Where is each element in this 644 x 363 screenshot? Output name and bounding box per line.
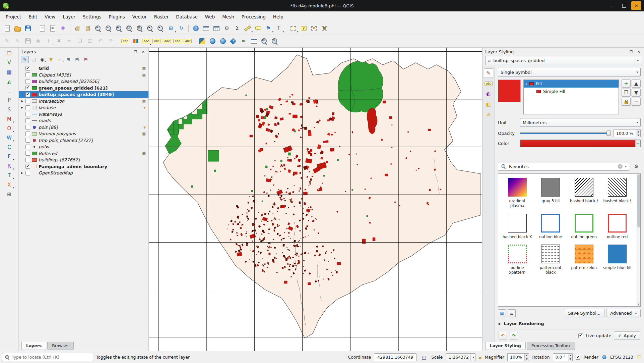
open-project-icon[interactable] <box>12 23 22 34</box>
zoom-out-icon[interactable]: − <box>104 23 114 34</box>
add-raster-layer-icon[interactable]: ▦ <box>4 68 14 77</box>
current-edits-icon[interactable]: ✎ <box>2 36 12 46</box>
panel-close-icon[interactable] <box>141 49 146 54</box>
search-plugin-icon[interactable]: ✕ <box>270 36 280 46</box>
zoom-next-icon[interactable]: ▸ <box>155 23 166 34</box>
zoom-last-icon[interactable]: ◂ <box>145 23 155 34</box>
unit-select[interactable]: Millimeters <box>520 118 641 127</box>
identify-features-icon[interactable]: i <box>191 23 201 34</box>
symbol-pattern-dot-black[interactable]: pattern dot black <box>535 245 567 275</box>
new-project-icon[interactable] <box>2 23 12 34</box>
tab-layers[interactable]: Layers <box>21 342 46 350</box>
statistical-summary-icon[interactable]: Σ <box>232 23 242 34</box>
add-arcgis-rest-layer-icon[interactable]: R <box>4 162 14 171</box>
layer-row-tmp-pois-cleaned[interactable]: tmp pois_cleaned [2727] <box>19 137 148 144</box>
new-print-layout-icon[interactable] <box>37 23 47 34</box>
save-layer-edits-icon[interactable] <box>23 36 33 46</box>
save-project-icon[interactable] <box>23 23 33 34</box>
styled-layer-select[interactable]: ▱ builtup_spaces_gridded <box>485 56 641 65</box>
apply-button[interactable]: Apply <box>614 331 640 340</box>
filter-legend-by-expression-icon[interactable]: ε <box>56 56 64 63</box>
layer-visibility-checkbox[interactable] <box>25 171 30 175</box>
new-map-view-icon[interactable]: ⊞ <box>166 23 176 34</box>
layer-visibility-checkbox[interactable] <box>25 86 30 90</box>
menu-help[interactable]: Help <box>269 12 287 21</box>
vertex-tool-icon[interactable]: + <box>44 36 54 46</box>
magnifier-spinbox[interactable]: 100% ▲▼ <box>507 353 529 361</box>
move-symbol-layer-up-button[interactable]: ▲ <box>632 80 641 88</box>
select-by-expression-icon[interactable]: ε <box>299 23 309 34</box>
rotate-label-icon[interactable]: abc <box>172 36 182 46</box>
add-postgis-layer-icon[interactable]: P <box>4 96 14 105</box>
crs-value[interactable]: EPSG:3123 <box>610 355 633 360</box>
scale-select[interactable]: 1:264372 <box>446 353 475 361</box>
open-field-calculator-icon[interactable] <box>211 23 221 34</box>
python-console-icon[interactable] <box>197 36 207 46</box>
minimize-button[interactable] <box>606 1 617 10</box>
copy-features-icon[interactable]: ❐ <box>75 36 85 46</box>
spin-arrows[interactable]: ▲▼ <box>524 354 529 361</box>
menu-database[interactable]: Database <box>172 12 201 21</box>
scrollbar-down-arrow[interactable] <box>637 302 640 306</box>
symbol-gradient-plasma[interactable]: gradient plasma <box>502 178 533 208</box>
layer-visibility-checkbox[interactable] <box>25 151 30 156</box>
locate-box[interactable] <box>2 353 93 361</box>
remove-layer-icon[interactable]: ⊟ <box>82 56 90 63</box>
metasearch-icon[interactable]: ◍ <box>259 36 269 46</box>
tab-browser[interactable]: Browser <box>47 342 74 350</box>
menu-edit[interactable]: Edit <box>25 12 41 21</box>
layer-diagram-options-icon[interactable] <box>131 36 141 46</box>
layer-row-buildings-cleaned[interactable]: buildings_cleaned [827656] <box>19 78 148 85</box>
color-button[interactable] <box>520 140 641 147</box>
processing-toolbox-icon[interactable]: ⚙ <box>222 23 232 34</box>
live-update-checkbox[interactable] <box>578 333 583 338</box>
panel-close-icon[interactable] <box>636 49 641 54</box>
render-checkbox[interactable] <box>576 355 580 360</box>
layer-row-landuse[interactable]: landuse <box>19 104 148 111</box>
advanced-button[interactable]: Advanced <box>606 309 641 317</box>
pan-map-icon[interactable] <box>72 23 82 34</box>
layer-visibility-checkbox[interactable] <box>25 72 30 77</box>
help-contents-icon[interactable]: ? <box>228 36 238 46</box>
menu-settings[interactable]: Settings <box>79 12 105 21</box>
layer-row-openstreetmap[interactable]: OpenStreetMap <box>19 170 148 176</box>
layer-row-buffered[interactable]: Buffered <box>19 150 148 157</box>
list-view-button[interactable]: ☰ <box>508 309 516 317</box>
layer-row-voronoi-polygons[interactable]: Voronoi polygons <box>19 131 148 137</box>
tab-layer-styling[interactable]: Layer Styling <box>485 342 526 350</box>
spin-arrows[interactable]: ▲▼ <box>568 354 573 361</box>
open-layer-styling-dock-icon[interactable]: ✎ <box>21 56 29 63</box>
layer-visibility-checkbox[interactable] <box>25 138 30 143</box>
move-label-icon[interactable]: abc <box>162 36 172 46</box>
menu-mesh[interactable]: Mesh <box>218 12 238 21</box>
chevron-down-icon[interactable] <box>635 140 640 147</box>
new-spatial-bookmark-icon[interactable]: ⚑ <box>263 23 273 34</box>
menu-layer[interactable]: Layer <box>59 12 79 21</box>
remove-symbol-layer-button[interactable]: − <box>632 98 641 106</box>
add-feature-icon[interactable]: ◉ <box>33 36 43 46</box>
redo-icon[interactable]: ↷ <box>106 36 116 46</box>
add-mssql-layer-icon[interactable]: M <box>4 115 14 124</box>
zoom-to-selection-icon[interactable]: ▢ <box>124 23 134 34</box>
style-manager-settings-icon[interactable]: ⚙ <box>632 162 641 171</box>
coordinate-value[interactable]: 429811,1663749 <box>374 353 416 361</box>
expander-icon[interactable] <box>20 171 24 174</box>
clear-search-icon[interactable] <box>618 164 623 169</box>
layer-visibility-checkbox[interactable] <box>25 132 30 136</box>
spin-arrows[interactable]: ▲▼ <box>636 129 640 137</box>
chevron-down-icon[interactable] <box>624 165 627 168</box>
delete-selected-icon[interactable]: ✖ <box>54 36 64 46</box>
add-xyz-layer-icon[interactable]: X <box>4 180 14 190</box>
symbols-scrollbar[interactable] <box>637 174 640 306</box>
symbol-outline-green[interactable]: outline green <box>568 214 600 240</box>
zoom-in-icon[interactable]: + <box>93 23 103 34</box>
add-symbol-layer-button[interactable]: + <box>622 80 631 88</box>
lock-scale-icon[interactable] <box>479 357 481 359</box>
highlight-pinned-labels-icon[interactable]: abc <box>151 36 162 46</box>
masks-tab-icon[interactable]: ◐ <box>484 89 493 99</box>
locate-input[interactable] <box>12 355 91 360</box>
data-plugin-icon[interactable] <box>249 36 259 46</box>
add-vector-tile-layer-icon[interactable]: T <box>4 171 14 180</box>
layer-row-green-spaces-gridded[interactable]: green_spaces_gridded [621] <box>19 85 148 92</box>
menu-web[interactable]: Web <box>201 12 218 21</box>
